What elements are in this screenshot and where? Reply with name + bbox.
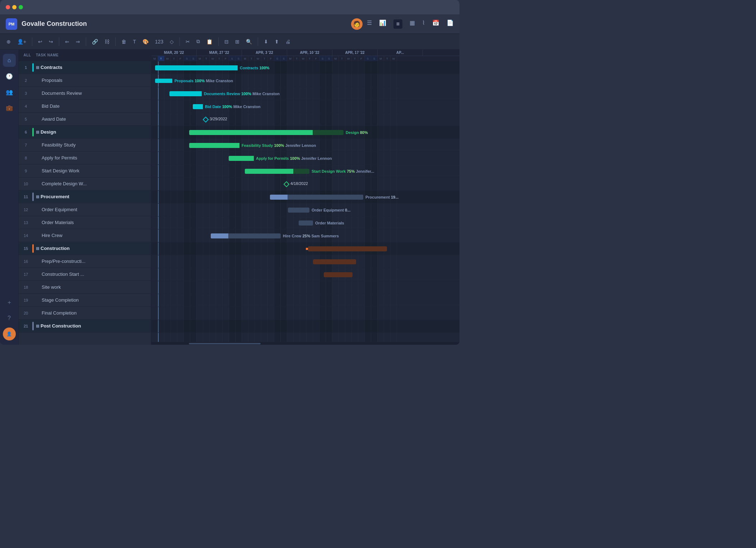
task-row[interactable]: 7 Feasibility Study [19, 139, 151, 152]
gantt-bar[interactable]: Design 80% [189, 130, 344, 135]
pm-logo[interactable]: PM [6, 18, 17, 30]
task-row[interactable]: 12 Order Equipment [19, 203, 151, 216]
sidebar-home-icon[interactable]: ⌂ [3, 54, 16, 67]
sidebar-add-icon[interactable]: ＋ [3, 296, 16, 309]
task-row[interactable]: 3 Documents Review [19, 87, 151, 100]
gantt-bar[interactable]: Proposals 100% Mike Cranston [155, 79, 172, 83]
gantt-bar[interactable]: Hire Crew 25% Sam Summers [211, 233, 281, 238]
upload-button[interactable]: ⬆ [272, 37, 281, 46]
task-row[interactable]: 14 Hire Crew [19, 229, 151, 242]
gantt-row: Start Design Work 75% Jennifer... [151, 165, 459, 178]
gantt-bar[interactable]: Feasibility Study 100% Jennifer Lennon [189, 143, 239, 148]
expand-icon[interactable]: ▤ [36, 246, 39, 250]
link-button[interactable]: 🔗 [90, 37, 100, 46]
gantt-row: Apply for Permits 100% Jennifer Lennon [151, 152, 459, 165]
number-button[interactable]: 123 [153, 37, 165, 46]
timeline-view-icon[interactable]: 📅 [432, 19, 439, 29]
table-button[interactable]: ⊞ [233, 37, 242, 46]
gantt-bar[interactable]: Bid Date 100% Mike Cranston [193, 104, 203, 109]
gantt-bar[interactable]: Order Materials [299, 220, 313, 226]
gantt-bar[interactable] [324, 272, 353, 277]
indent-button[interactable]: ⇒ [74, 37, 82, 46]
row-number: 16 [22, 259, 30, 264]
doc-view-icon[interactable]: 📄 [447, 19, 454, 29]
row-number: 20 [22, 311, 30, 315]
bar-label: Start Design Work 75% Jennifer... [312, 169, 374, 173]
columns-button[interactable]: ⊟ [222, 37, 231, 46]
header-icons: ☰ 📊 ≡ ▦ ⌇ 📅 📄 [367, 19, 454, 29]
sidebar-history-icon[interactable]: 🕐 [3, 70, 16, 83]
task-row[interactable]: 10 Complete Design W... [19, 177, 151, 190]
task-row[interactable]: 2 Proposals [19, 74, 151, 87]
expand-icon[interactable]: ▤ [36, 65, 39, 69]
row-indicator [32, 63, 34, 72]
task-row[interactable]: 15 ▤ Construction [19, 242, 151, 255]
task-row[interactable]: 11 ▤ Procurement [19, 190, 151, 203]
bar-label: Feasibility Study 100% Jennifer Lennon [242, 143, 316, 148]
unlink-button[interactable]: ⛓ [102, 37, 112, 46]
gantt-row: 4/18/2022 [151, 178, 459, 191]
gantt-bar[interactable]: Contracts 100% [155, 65, 238, 70]
zoom-button[interactable]: 🔍 [244, 37, 254, 46]
day-col-today: T [158, 56, 164, 61]
gantt-bar[interactable] [313, 259, 356, 264]
gantt-bar[interactable]: Documents Review 100% Mike Cranston [169, 91, 202, 96]
copy-button[interactable]: ⧉ [194, 37, 202, 46]
task-name: Proposals [36, 78, 148, 83]
calendar-view-icon[interactable]: ▦ [410, 19, 415, 29]
gantt-bar[interactable]: Start Design Work 75% Jennifer... [245, 169, 309, 174]
task-row[interactable]: 1 ▤ Contracts [19, 61, 151, 74]
paste-button[interactable]: 📋 [204, 37, 215, 46]
gantt-bar[interactable]: Procurement 19... [270, 195, 363, 200]
task-row[interactable]: 17 Construction Start ... [19, 268, 151, 281]
expand-icon[interactable]: ▤ [36, 130, 39, 134]
export-button[interactable]: ⬇ [262, 37, 270, 46]
delete-button[interactable]: 🗑 [119, 37, 129, 46]
task-row[interactable]: 21 ▤ Post Construction [19, 320, 151, 333]
pulse-view-icon[interactable]: ⌇ [422, 19, 425, 29]
maximize-button[interactable] [19, 5, 23, 9]
task-row[interactable]: 8 Apply for Permits [19, 152, 151, 164]
task-row[interactable]: 4 Bid Date [19, 100, 151, 113]
user-avatar[interactable]: 🧑 [351, 18, 363, 30]
row-number: 5 [22, 117, 30, 121]
row-number: 1 [22, 65, 30, 70]
print-button[interactable]: 🖨 [283, 37, 293, 46]
add-person-button[interactable]: 👤+ [15, 37, 28, 46]
gantt-bar[interactable]: Apply for Permits 100% Jennifer Lennon [229, 156, 254, 161]
paint-button[interactable]: 🎨 [140, 37, 151, 46]
gantt-bar[interactable] [308, 246, 387, 251]
redo-button[interactable]: ↪ [47, 37, 55, 46]
task-row[interactable]: 20 Final Completion [19, 307, 151, 320]
row-number: 13 [22, 220, 30, 225]
expand-icon[interactable]: ▤ [36, 324, 39, 328]
sidebar-people-icon[interactable]: 👥 [3, 85, 16, 98]
day-col: S [371, 56, 378, 61]
scrollbar-thumb[interactable] [189, 343, 261, 344]
list-view-icon[interactable]: ☰ [367, 19, 372, 29]
task-row[interactable]: 13 Order Materials [19, 216, 151, 229]
text-button[interactable]: T [131, 37, 138, 46]
add-task-button[interactable]: ⊕ [4, 37, 13, 46]
task-row[interactable]: 9 Start Design Work [19, 164, 151, 177]
gantt-view-icon[interactable]: ≡ [393, 19, 402, 29]
sidebar-user-icon[interactable]: 👤 [3, 328, 16, 340]
undo-button[interactable]: ↩ [36, 37, 45, 46]
chart-view-icon[interactable]: 📊 [379, 19, 386, 29]
gantt-scrollbar[interactable] [151, 342, 459, 345]
sidebar-help-icon[interactable]: ? [3, 312, 16, 325]
sidebar-portfolio-icon[interactable]: 💼 [3, 101, 16, 114]
outdent-button[interactable]: ⇐ [63, 37, 71, 46]
task-row[interactable]: 18 Site work [19, 281, 151, 294]
cut-button[interactable]: ✂ [183, 37, 192, 46]
task-row[interactable]: 5 Award Date [19, 113, 151, 126]
close-button[interactable] [6, 5, 10, 9]
gantt-row: Hire Crew 25% Sam Summers [151, 229, 459, 242]
minimize-button[interactable] [12, 5, 17, 9]
gantt-bar[interactable]: Order Equipment 0... [288, 208, 309, 213]
milestone-button[interactable]: ◇ [168, 37, 176, 46]
task-row[interactable]: 6 ▤ Design [19, 126, 151, 139]
expand-icon[interactable]: ▤ [36, 195, 39, 199]
task-row[interactable]: 16 Prep/Pre-constructi... [19, 255, 151, 268]
task-row[interactable]: 19 Stage Completion [19, 294, 151, 307]
